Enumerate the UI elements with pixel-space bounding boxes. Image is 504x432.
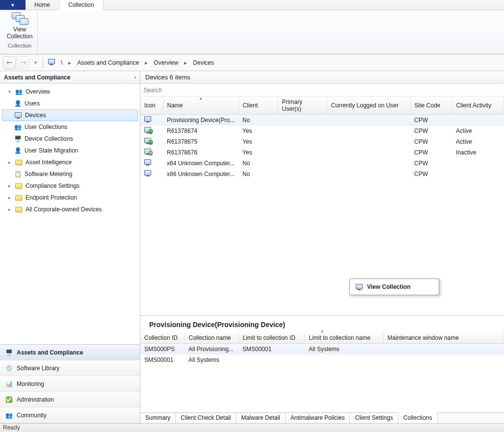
details-tab-client-check[interactable]: Client Check Detail <box>176 413 236 423</box>
cell-primary <box>278 136 327 147</box>
details-tab-summary[interactable]: Summary <box>140 413 176 423</box>
nav-back-button[interactable]: 🡐 <box>3 56 16 69</box>
ribbon-tab-collection[interactable]: Collection <box>59 0 104 10</box>
tree-item-compliance-settings[interactable]: ▸ Compliance Settings <box>0 180 140 192</box>
cell-activity <box>452 115 504 126</box>
arrow-right-icon: 🡒 <box>20 59 26 66</box>
column-header-site[interactable]: Site Code <box>410 97 452 115</box>
details-pane: Provisioning Device(Provisioning Device)… <box>140 315 504 423</box>
column-header-logged[interactable]: Currently Logged on User <box>327 97 410 115</box>
workspace-administration[interactable]: ✅ Administration <box>0 392 140 407</box>
details-col-maint-window[interactable]: Maintenance window name <box>383 332 504 344</box>
workspace-software-library[interactable]: 💿 Software Library <box>0 360 140 376</box>
community-icon: 👥 <box>5 411 13 419</box>
cell-name: R61378675 <box>163 136 239 147</box>
details-col-collection-name[interactable]: Collection name <box>185 332 239 344</box>
cell-collection-id: SMS00001 <box>140 355 185 365</box>
table-row[interactable]: R61378674YesCPWActive <box>140 126 504 136</box>
tree-item-device-collections[interactable]: 🖥️ Device Collections <box>0 133 140 145</box>
search-input[interactable] <box>143 87 501 94</box>
tree-item-endpoint-protection[interactable]: ▸ Endpoint Protection <box>0 192 140 203</box>
cell-site: CPW <box>410 136 452 147</box>
tree-item-software-metering[interactable]: 📋 Software Metering <box>0 168 140 180</box>
breadcrumb-item[interactable]: Overview <box>152 58 180 67</box>
table-row[interactable]: SMS000PSAll Provisioning...SMS00001All S… <box>140 344 504 355</box>
tree-item-label: Overview <box>26 88 50 95</box>
table-row[interactable]: SMS00001All Systems <box>140 355 504 365</box>
column-header-primary[interactable]: Primary User(s) <box>278 97 327 115</box>
tree-item-devices[interactable]: Devices <box>2 109 138 121</box>
expander-icon[interactable]: ▾ <box>7 89 12 94</box>
cell-maint-window <box>383 355 504 365</box>
nav-history-dropdown[interactable]: ▼ <box>33 60 41 65</box>
folder-icon <box>15 205 23 213</box>
column-header-name[interactable]: Name▲ <box>163 97 239 115</box>
cell-client: No <box>239 169 278 179</box>
folder-icon <box>15 158 23 166</box>
table-row[interactable]: Provisioning Device(Pro...NoCPW <box>140 115 504 126</box>
cell-collection-name: All Systems <box>185 355 239 365</box>
ribbon-tab-home[interactable]: Home <box>26 0 59 10</box>
details-tab-malware-detail[interactable]: Malware Detail <box>236 413 285 423</box>
tree-item-overview[interactable]: ▾ 👥 Overview <box>0 86 140 98</box>
breadcrumb-item[interactable]: Assets and Compliance <box>75 58 141 67</box>
expander-icon[interactable]: ▸ <box>7 160 12 165</box>
column-header-client[interactable]: Client <box>239 97 278 115</box>
cell-name: x64 Unknown Computer... <box>163 158 239 169</box>
cell-limit-id: SMS00001 <box>239 344 305 355</box>
chevron-right-icon: ▸ <box>143 59 150 66</box>
workspace-label: Monitoring <box>17 381 44 387</box>
tree-item-asset-intelligence[interactable]: ▸ Asset Intelligence <box>0 156 140 168</box>
device-icon <box>144 127 151 133</box>
expander-icon[interactable]: ▸ <box>7 183 12 188</box>
workspace-assets-compliance[interactable]: 🖥️ Assets and Compliance <box>0 345 140 360</box>
table-row[interactable]: x86 Unknown Computer...NoCPW <box>140 169 504 179</box>
device-table: Icon Name▲ Client Primary User(s) Curren… <box>140 97 504 315</box>
view-collection-button[interactable]: View Collection <box>5 12 34 40</box>
details-tab-strip: Summary Client Check Detail Malware Deta… <box>140 412 504 423</box>
ribbon-group-collection: View Collection Collection <box>2 11 38 54</box>
details-col-limit-name[interactable]: Limit to collection name <box>305 332 383 344</box>
workspace-community[interactable]: 👥 Community <box>0 407 140 423</box>
cell-site: CPW <box>410 158 452 169</box>
tree-item-user-state-migration[interactable]: 👤 User State Migration <box>0 145 140 156</box>
application-menu[interactable]: ▼ <box>0 0 26 10</box>
nav-forward-button[interactable]: 🡒 <box>17 56 29 69</box>
details-col-collection-id[interactable]: Collection ID <box>140 332 185 344</box>
cell-primary <box>278 126 327 136</box>
tree-item-users[interactable]: 👤 Users <box>0 98 140 109</box>
table-row[interactable]: R61378675YesCPWActive <box>140 136 504 147</box>
cell-site: CPW <box>410 126 452 136</box>
cell-activity: Inactive <box>452 147 504 158</box>
breadcrumb-item[interactable]: Devices <box>191 58 216 67</box>
overview-icon: 👥 <box>15 88 23 96</box>
device-icon <box>144 159 151 165</box>
context-menu-view-collection[interactable]: View Collection <box>351 280 437 293</box>
details-tab-collections[interactable]: Collections <box>398 412 438 423</box>
expander-icon[interactable]: ▸ <box>7 207 12 212</box>
breadcrumb-root[interactable]: \ <box>59 58 64 67</box>
assets-icon: 🖥️ <box>5 349 13 356</box>
details-col-limit-id[interactable]: Limit to collection ID <box>239 332 305 344</box>
cell-logged <box>327 136 410 147</box>
cell-logged <box>327 147 410 158</box>
table-row[interactable]: x64 Unknown Computer...NoCPW <box>140 158 504 169</box>
metering-icon: 📋 <box>14 170 22 178</box>
cell-client: Yes <box>239 126 278 136</box>
collapse-nav-icon[interactable]: ‹ <box>134 75 136 80</box>
workspace-monitoring[interactable]: 📊 Monitoring <box>0 376 140 392</box>
user-collection-icon: 👥 <box>14 123 22 131</box>
expander-icon[interactable]: ▸ <box>7 195 12 200</box>
column-header-activity[interactable]: Client Activity <box>452 97 504 115</box>
cell-primary <box>278 169 327 179</box>
view-collection-icon <box>355 283 363 291</box>
details-tab-client-settings[interactable]: Client Settings <box>350 413 398 423</box>
tree-item-label: All Corporate-owned Devices <box>26 206 102 213</box>
table-row[interactable]: R61378676YesCPWInactive <box>140 147 504 158</box>
details-tab-antimalware[interactable]: Antimalware Policies <box>286 413 350 423</box>
cell-activity <box>452 158 504 169</box>
tree-item-user-collections[interactable]: 👥 User Collections <box>0 121 140 133</box>
tree-item-corporate-devices[interactable]: ▸ All Corporate-owned Devices <box>0 203 140 215</box>
column-header-icon[interactable]: Icon <box>140 97 163 115</box>
navigation-tree: ▾ 👥 Overview 👤 Users Devices 👥 User Coll… <box>0 84 140 344</box>
